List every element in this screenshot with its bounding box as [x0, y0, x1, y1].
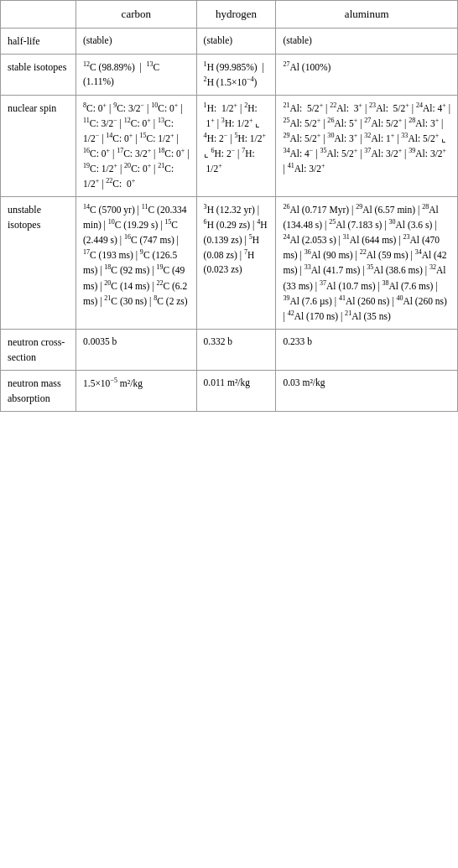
- spin-hydrogen: 1H: 1/2+ | 2H: 1+ | 3H: 1/2+ ⌞ 4H: 2− | …: [196, 95, 276, 196]
- unstable-carbon: 14C (5700 yr) | 11C (20.334 min) | 10C (…: [76, 197, 197, 330]
- stable-hydrogen: 1H (99.985%) | 2H (1.5×10−4): [196, 54, 276, 95]
- table-row: stable isotopes 12C (98.89%) | 13C (1.11…: [1, 54, 458, 95]
- table-row: unstable isotopes 14C (5700 yr) | 11C (2…: [1, 197, 458, 330]
- table-row: neutron cross-section 0.0035 b 0.332 b 0…: [1, 329, 458, 370]
- neutron-mass-carbon: 1.5×10−5 m²/kg: [76, 370, 197, 411]
- header-aluminum: aluminum: [276, 1, 458, 29]
- halflife-aluminum: (stable): [276, 28, 458, 54]
- neutron-cross-hydrogen: 0.332 b: [196, 329, 276, 370]
- table-row: half-life (stable) (stable) (stable): [1, 28, 458, 54]
- header-hydrogen: hydrogen: [196, 1, 276, 29]
- row-header-halflife: half-life: [1, 28, 76, 54]
- unstable-aluminum: 26Al (0.717 Myr) | 29Al (6.57 min) | 28A…: [276, 197, 458, 330]
- stable-aluminum: 27Al (100%): [276, 54, 458, 95]
- unstable-hydrogen: 3H (12.32 yr) | 6H (0.29 zs) | 4H (0.139…: [196, 197, 276, 330]
- stable-carbon: 12C (98.89%) | 13C (1.11%): [76, 54, 197, 95]
- row-header-unstable: unstable isotopes: [1, 197, 76, 330]
- halflife-hydrogen: (stable): [196, 28, 276, 54]
- table-row: neutron mass absorption 1.5×10−5 m²/kg 0…: [1, 370, 458, 411]
- neutron-cross-carbon: 0.0035 b: [76, 329, 197, 370]
- neutron-cross-aluminum: 0.233 b: [276, 329, 458, 370]
- neutron-mass-hydrogen: 0.011 m²/kg: [196, 370, 276, 411]
- row-header-stable: stable isotopes: [1, 54, 76, 95]
- spin-carbon: 8C: 0+ | 9C: 3/2− | 10C: 0+ | 11C: 3/2− …: [76, 95, 197, 196]
- spin-aluminum: 21Al: 5/2+ | 22Al: 3+ | 23Al: 5/2+ | 24A…: [276, 95, 458, 196]
- table-row: nuclear spin 8C: 0+ | 9C: 3/2− | 10C: 0+…: [1, 95, 458, 196]
- row-header-neutron-cross: neutron cross-section: [1, 329, 76, 370]
- header-empty: [1, 1, 76, 29]
- header-carbon: carbon: [76, 1, 197, 29]
- halflife-carbon: (stable): [76, 28, 197, 54]
- row-header-spin: nuclear spin: [1, 95, 76, 196]
- neutron-mass-aluminum: 0.03 m²/kg: [276, 370, 458, 411]
- row-header-neutron-mass: neutron mass absorption: [1, 370, 76, 411]
